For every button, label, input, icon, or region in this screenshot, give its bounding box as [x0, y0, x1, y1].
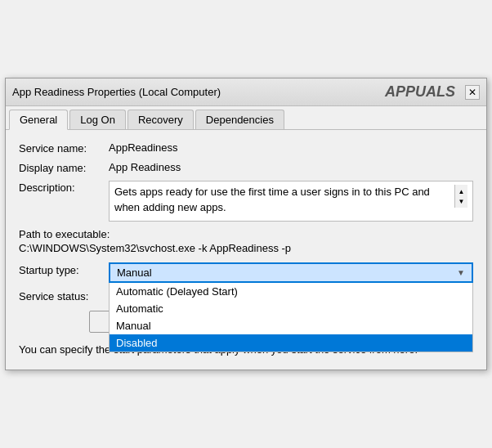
description-label: Description: — [19, 181, 109, 194]
scroll-down-icon[interactable]: ▼ — [457, 196, 467, 206]
title-bar-right: APPUALS ✕ — [385, 83, 480, 101]
path-section: Path to executable: C:\WINDOWS\System32\… — [19, 228, 473, 254]
description-row: Description: Gets apps ready for use the… — [19, 181, 473, 222]
scroll-up-icon[interactable]: ▲ — [457, 186, 467, 196]
path-label: Path to executable: — [19, 228, 473, 240]
description-text: Gets apps ready for use the first time a… — [114, 185, 454, 214]
display-name-value: App Readiness — [109, 161, 473, 173]
tab-recovery[interactable]: Recovery — [127, 110, 194, 129]
content-area: Service name: AppReadiness Display name:… — [6, 130, 486, 369]
display-name-label: Display name: — [19, 161, 109, 174]
startup-option-manual[interactable]: Manual — [110, 317, 472, 334]
startup-row: Startup type: Manual ▼ Automatic (Delaye… — [19, 262, 473, 283]
window-title: App Readiness Properties (Local Computer… — [12, 86, 221, 98]
close-button[interactable]: ✕ — [465, 85, 480, 100]
tab-logon[interactable]: Log On — [69, 110, 126, 129]
startup-option-automatic-delayed[interactable]: Automatic (Delayed Start) — [110, 283, 472, 300]
tab-general[interactable]: General — [9, 110, 68, 130]
startup-dropdown-container: Manual ▼ Automatic (Delayed Start) Autom… — [109, 262, 473, 283]
startup-label: Startup type: — [19, 262, 109, 276]
service-name-label: Service name: — [19, 141, 109, 155]
description-box: Gets apps ready for use the first time a… — [109, 181, 473, 222]
close-icon: ✕ — [468, 87, 476, 98]
service-name-value: AppReadiness — [109, 141, 473, 154]
display-name-row: Display name: App Readiness — [19, 161, 473, 174]
startup-option-disabled[interactable]: Disabled — [110, 334, 472, 352]
tab-dependencies[interactable]: Dependencies — [195, 110, 284, 129]
dropdown-arrow-icon: ▼ — [457, 268, 465, 277]
path-value: C:\WINDOWS\System32\svchost.exe -k AppRe… — [19, 242, 473, 254]
startup-dropdown-menu: Automatic (Delayed Start) Automatic Manu… — [109, 283, 473, 352]
startup-dropdown[interactable]: Manual ▼ — [109, 262, 473, 283]
service-status-label: Service status: — [19, 289, 109, 302]
service-name-row: Service name: AppReadiness — [19, 141, 473, 155]
title-bar: App Readiness Properties (Local Computer… — [6, 78, 486, 106]
main-window: App Readiness Properties (Local Computer… — [5, 78, 487, 370]
startup-selected-value: Manual — [117, 267, 152, 279]
description-scrollbar[interactable]: ▲ ▼ — [454, 185, 467, 208]
tabs-container: General Log On Recovery Dependencies — [6, 106, 486, 130]
appuals-logo: APPUALS — [385, 83, 455, 101]
startup-option-automatic[interactable]: Automatic — [110, 300, 472, 317]
